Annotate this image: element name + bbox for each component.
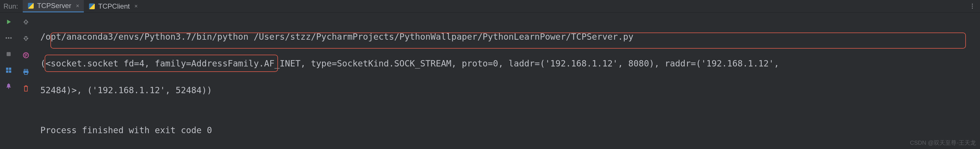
svg-point-0 bbox=[6, 37, 7, 39]
wrap-icon bbox=[22, 52, 29, 59]
close-icon[interactable]: × bbox=[76, 3, 79, 9]
console-toolbar bbox=[17, 13, 35, 149]
tabs-container: TCPServer × TCPClient × bbox=[23, 0, 142, 13]
output-line-1: (<socket.socket fd=4, family=AddressFami… bbox=[40, 57, 974, 70]
scroll-down-button[interactable] bbox=[21, 33, 31, 44]
tab-tcpclient[interactable]: TCPClient × bbox=[84, 0, 142, 13]
soft-wrap-button[interactable] bbox=[21, 50, 31, 60]
svg-rect-5 bbox=[9, 68, 11, 70]
svg-rect-6 bbox=[6, 70, 8, 73]
tab-tcpserver[interactable]: TCPServer × bbox=[23, 0, 84, 13]
svg-rect-3 bbox=[6, 52, 11, 56]
layout-icon bbox=[5, 67, 12, 73]
main-area: /opt/anaconda3/envs/Python3.7/bin/python… bbox=[0, 13, 980, 149]
svg-point-1 bbox=[8, 37, 10, 39]
stop-icon bbox=[6, 51, 11, 57]
play-icon bbox=[5, 19, 12, 25]
print-button[interactable] bbox=[21, 67, 31, 77]
up-arrow-icon bbox=[23, 19, 29, 25]
play-button[interactable] bbox=[3, 17, 14, 27]
left-toolbar bbox=[0, 13, 17, 149]
tab-label: TCPClient bbox=[98, 2, 130, 10]
print-icon bbox=[22, 69, 29, 75]
exit-line: Process finished with exit code 0 bbox=[40, 124, 974, 137]
svg-rect-11 bbox=[24, 73, 27, 74]
trash-icon bbox=[23, 85, 29, 92]
stop-button[interactable] bbox=[3, 49, 14, 59]
watermark: CSDN @双天至尊-王天龙 bbox=[910, 139, 976, 147]
more-icon[interactable]: ⁝ bbox=[971, 2, 974, 11]
scroll-up-button[interactable] bbox=[21, 17, 31, 27]
svg-rect-9 bbox=[24, 69, 28, 71]
clear-button[interactable] bbox=[21, 83, 31, 94]
more-button[interactable] bbox=[3, 33, 14, 43]
tab-label: TCPServer bbox=[37, 2, 72, 10]
top-bar: Run: TCPServer × TCPClient × ⁝ bbox=[0, 0, 980, 13]
layout-button[interactable] bbox=[3, 65, 14, 75]
svg-point-2 bbox=[10, 37, 12, 39]
pin-icon bbox=[6, 83, 11, 89]
close-icon[interactable]: × bbox=[134, 3, 138, 10]
svg-rect-7 bbox=[9, 70, 11, 73]
down-arrow-icon bbox=[23, 35, 29, 42]
output-line-2: 52484)>, ('192.168.1.12', 52484)) bbox=[40, 84, 974, 97]
python-file-icon bbox=[27, 2, 34, 9]
python-file-icon bbox=[88, 3, 95, 10]
command-line: /opt/anaconda3/envs/Python3.7/bin/python… bbox=[40, 30, 974, 44]
dots-icon bbox=[5, 37, 12, 39]
pin-button[interactable] bbox=[3, 81, 14, 92]
run-label: Run: bbox=[0, 2, 23, 10]
svg-rect-4 bbox=[6, 68, 8, 70]
console-output[interactable]: /opt/anaconda3/envs/Python3.7/bin/python… bbox=[35, 13, 980, 149]
